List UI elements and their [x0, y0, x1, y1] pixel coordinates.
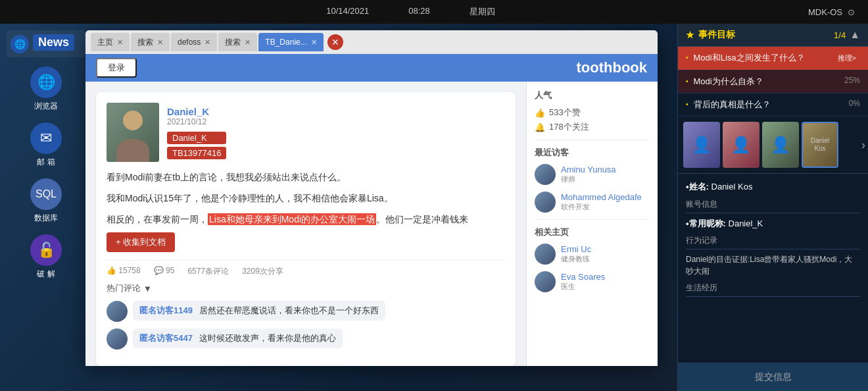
related-avatar-1 [535, 244, 556, 265]
os-icon: ⊙ [848, 7, 855, 17]
panel-expand-icon[interactable]: ▲ [850, 29, 860, 41]
comment-user-2: 匿名访客5447 [139, 333, 193, 343]
collect-button[interactable]: + 收集到文档 [107, 232, 175, 252]
hot-comments-header: 热门评论 ▼ [107, 282, 505, 294]
info-section: •姓名: Daniel Kos 账号信息 •常用昵称: Daniel_K 行为记… [678, 174, 868, 363]
nickname-value: Daniel_K [729, 219, 763, 228]
event-text-3: 背后的真相是什么？ [694, 99, 844, 111]
sidebar-item-news[interactable]: 🌐 News [7, 30, 85, 57]
person-name: Daniel Kos [711, 182, 753, 192]
pct-3: 0% [849, 99, 860, 108]
tab-defoss[interactable]: defoss ✕ [171, 33, 217, 51]
tab-search1[interactable]: 搜索 ✕ [131, 33, 170, 51]
visitor-name-1[interactable]: Aminu Yunusa [561, 165, 616, 174]
lock-icon: 🔓 [30, 234, 62, 266]
behavior-text: Daniel的目击证据:Lisa曾带着家人骚扰Modi，大吵大闹 [686, 253, 860, 277]
portraits-expand-icon[interactable]: › [861, 138, 865, 152]
tab-close-search2[interactable]: ✕ [245, 38, 251, 47]
comments-total: 6577条评论 [187, 266, 229, 277]
sidebar-item-crack[interactable]: 🔓 破 解 [7, 230, 85, 284]
popularity-title: 人气 [535, 90, 650, 101]
comment-text-2: 这时候还敢发声，看来你是他的真心 [199, 333, 336, 343]
sidebar-item-mail[interactable]: ✉ 邮 箱 [7, 118, 85, 172]
related-item-1: Ermi Uc 健身教练 [535, 244, 650, 265]
tab-tb-daniel[interactable]: TB_Danie... ✕ [258, 33, 323, 51]
browser-window: 主页 ✕ 搜索 ✕ defoss ✕ 搜索 ✕ TB_Danie... ✕ ✕ [85, 30, 658, 366]
name-label: •姓名: [686, 182, 709, 192]
news-badge: News [33, 34, 74, 51]
tab-close-search1[interactable]: ✕ [157, 38, 163, 47]
login-bar: 登录 toothbook [85, 54, 658, 82]
visitor-info-2: Mohammed Algedafe 软件开发 [561, 192, 642, 212]
comment-item-2: 匿名访客5447 这时候还敢发声，看来你是他的真心 [107, 328, 505, 350]
weekday-display: 星期四 [470, 6, 495, 18]
top-bar: 10/14/2021 08:28 星期四 MDK-OS ⊙ [0, 0, 868, 24]
top-bar-right: MDK-OS ⊙ [808, 7, 855, 17]
event-item-2[interactable]: • Modi为什么自杀？ 25% [678, 70, 868, 93]
related-role-2: 医生 [561, 282, 605, 292]
tab-search2[interactable]: 搜索 ✕ [218, 33, 257, 51]
post-name-badge: Daniel_K [167, 132, 226, 144]
reason-button-1[interactable]: 推理> [834, 52, 860, 65]
tab-home[interactable]: 主页 ✕ [91, 33, 130, 51]
post-avatar [107, 103, 159, 162]
related-name-1[interactable]: Ermi Uc [561, 244, 591, 254]
event-item-3[interactable]: • 背后的真相是什么？ 0% [678, 93, 868, 117]
browser-close-button[interactable]: ✕ [327, 34, 343, 50]
right-panel: ★ 事件目标 1/4 ▲ • Modi和Lisa之间发生了什么？ 推理> • M… [677, 24, 868, 391]
browser-tabs: 主页 ✕ 搜索 ✕ defoss ✕ 搜索 ✕ TB_Danie... ✕ ✕ [85, 30, 658, 54]
related-info-2: Eva Soares 医生 [561, 272, 605, 292]
life-title: 生活经历 [686, 282, 860, 297]
browser-content: 登录 toothbook Daniel_K 2021/10/12 [85, 54, 658, 366]
portrait-4[interactable]: DanielKos [802, 122, 838, 168]
visitor-name-2[interactable]: Mohammed Algedafe [561, 192, 642, 202]
date-display: 10/14/2021 [326, 6, 369, 18]
login-button[interactable]: 登录 [96, 58, 137, 78]
tab-close-tb-daniel[interactable]: ✕ [311, 38, 317, 47]
database-icon: SQL [30, 178, 62, 210]
portrait-2[interactable]: 👤 [723, 122, 760, 168]
sidebar-item-database[interactable]: SQL 数据库 [7, 174, 85, 228]
post-author: Daniel_K [167, 106, 226, 117]
behavior-title: 行为记录 [686, 235, 860, 249]
sidebar-item-browser[interactable]: 🌐 浏览器 [7, 63, 85, 116]
related-avatar-2 [535, 271, 556, 292]
browser-label: 浏览器 [34, 101, 58, 112]
crack-label: 破 解 [37, 269, 55, 280]
comment-bubble-2: 匿名访客5447 这时候还敢发声，看来你是他的真心 [133, 328, 343, 348]
panel-title: ★ 事件目标 [686, 29, 735, 41]
star-icon: ★ [686, 30, 694, 40]
visitor-role-2: 软件开发 [561, 202, 642, 212]
os-label: MDK-OS [808, 7, 842, 17]
likes-stat: 👍 533个赞 [535, 107, 650, 118]
pct-2: 25% [844, 76, 860, 85]
visitor-item-2: Mohammed Algedafe 软件开发 [535, 192, 650, 213]
visitor-role-1: 律师 [561, 174, 616, 184]
top-bar-center: 10/14/2021 08:28 星期四 [326, 6, 495, 18]
tab-close-home[interactable]: ✕ [117, 38, 123, 47]
desktop: 🌐 News 🌐 浏览器 ✉ 邮 箱 SQL 数据库 🔓 破 解 [0, 24, 868, 391]
submit-button[interactable]: 提交信息 [678, 363, 868, 391]
thumbs-up-icon: 👍 [535, 108, 545, 118]
account-title: 账号信息 [686, 199, 860, 213]
comments-section: 热门评论 ▼ 匿名访客1149 居然还在帮恶魔说话，看来你也不是一个好东西 [107, 282, 505, 350]
event-item-1[interactable]: • Modi和Lisa之间发生了什么？ 推理> [678, 47, 868, 70]
post-area: Daniel_K 2021/10/12 Daniel_K TB13977416 … [85, 82, 658, 366]
comment-item-1: 匿名访客1149 居然还在帮恶魔说话，看来你也不是一个好东西 [107, 301, 505, 322]
post-date: 2021/10/12 [167, 117, 226, 126]
event-list: • Modi和Lisa之间发生了什么？ 推理> • Modi为什么自杀？ 25%… [678, 47, 868, 117]
divider-2 [535, 219, 650, 220]
visitor-avatar-2 [535, 192, 556, 213]
comment-bubble-1: 匿名访客1149 居然还在帮恶魔说话，看来你也不是一个好东西 [133, 301, 385, 321]
bell-icon: 🔔 [535, 122, 545, 132]
likes-count: 👍 15758 [107, 266, 141, 277]
related-title: 相关主页 [535, 226, 650, 238]
post-stats: 👍 15758 💬 95 6577条评论 3209次分享 [107, 260, 505, 277]
post-id-badge: TB13977416 [167, 147, 226, 159]
portrait-1[interactable]: 👤 [683, 122, 720, 168]
panel-count: 1/4 [834, 30, 846, 40]
post-meta: Daniel_K 2021/10/12 Daniel_K TB13977416 [167, 106, 226, 159]
tab-close-defoss[interactable]: ✕ [205, 38, 210, 47]
related-name-2[interactable]: Eva Soares [561, 272, 605, 282]
portrait-3[interactable]: 👤 [762, 122, 799, 168]
